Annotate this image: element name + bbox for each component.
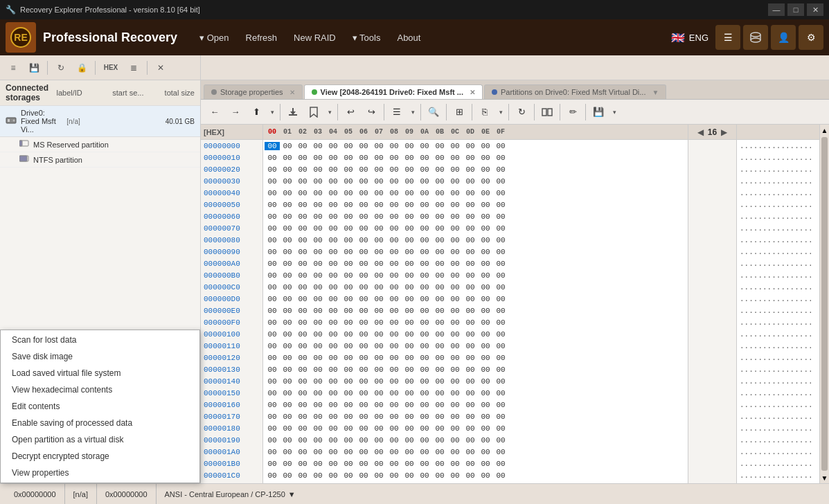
hex-cell-7-13[interactable]: 00 (463, 224, 478, 233)
hex-cell-10-4[interactable]: 00 (326, 260, 341, 268)
hex-cell-15-12[interactable]: 00 (447, 318, 463, 327)
hex-cell-17-5[interactable]: 00 (341, 342, 356, 350)
hex-cell-17-15[interactable]: 00 (493, 342, 508, 350)
hex-cell-17-6[interactable]: 00 (356, 342, 371, 350)
hex-cell-10-10[interactable]: 00 (417, 260, 432, 268)
hex-cell-7-9[interactable]: 00 (402, 224, 417, 233)
hex-cell-8-11[interactable]: 00 (432, 236, 447, 244)
hex-cell-26-9[interactable]: 00 (402, 448, 417, 456)
hex-cell-5-1[interactable]: 00 (280, 201, 295, 209)
hex-cell-0-10[interactable]: 00 (417, 142, 432, 150)
hex-cell-28-15[interactable]: 00 (493, 471, 508, 480)
hex-cell-14-3[interactable]: 00 (310, 307, 326, 315)
hex-cell-12-12[interactable]: 00 (447, 283, 463, 291)
hex-cell-22-10[interactable]: 00 (417, 401, 432, 409)
hex-cell-4-0[interactable]: 00 (265, 189, 280, 197)
hex-cell-6-7[interactable]: 00 (371, 213, 386, 221)
hex-cell-5-7[interactable]: 00 (371, 201, 386, 209)
hex-cell-23-13[interactable]: 00 (463, 413, 478, 421)
hex-cell-14-14[interactable]: 00 (478, 307, 493, 315)
hex-cell-19-14[interactable]: 00 (478, 366, 493, 374)
hex-cell-26-13[interactable]: 00 (463, 448, 478, 456)
tab-view-drive[interactable]: View [2048-264191 Drive0: Fixed Msft ...… (304, 84, 483, 99)
tab-storage-props[interactable]: Storage properties ✕ (204, 84, 303, 99)
reload-hex-button[interactable]: ↻ (512, 102, 531, 122)
hex-cell-16-12[interactable]: 00 (447, 330, 463, 339)
hex-cell-27-9[interactable]: 00 (402, 460, 417, 468)
hex-cell-4-7[interactable]: 00 (371, 189, 386, 197)
hex-cell-25-11[interactable]: 00 (432, 436, 447, 444)
hex-cell-27-8[interactable]: 00 (386, 460, 402, 468)
hex-cell-7-8[interactable]: 00 (386, 224, 402, 233)
hex-cell-0-14[interactable]: 00 (478, 142, 493, 150)
hex-cell-24-6[interactable]: 00 (356, 424, 371, 433)
list-toolbar-button[interactable]: ☰ (715, 25, 740, 50)
hex-cell-16-2[interactable]: 00 (295, 330, 310, 339)
hex-cell-23-2[interactable]: 00 (295, 413, 310, 421)
expand-button[interactable]: ≡ (4, 59, 22, 77)
hex-cell-26-15[interactable]: 00 (493, 448, 508, 456)
hex-cell-25-8[interactable]: 00 (386, 436, 402, 444)
hex-cell-4-15[interactable]: 00 (493, 189, 508, 197)
hex-cell-23-6[interactable]: 00 (356, 413, 371, 421)
hex-cell-24-13[interactable]: 00 (463, 424, 478, 433)
hex-cell-24-1[interactable]: 00 (280, 424, 295, 433)
hex-cell-27-5[interactable]: 00 (341, 460, 356, 468)
hex-cell-0-12[interactable]: 00 (447, 142, 463, 150)
hex-cell-19-8[interactable]: 00 (386, 366, 402, 374)
ctx-edit-contents[interactable]: Edit contents (1, 398, 199, 415)
hex-cell-9-14[interactable]: 00 (478, 248, 493, 256)
hex-cell-5-12[interactable]: 00 (447, 201, 463, 209)
hex-cell-3-15[interactable]: 00 (493, 177, 508, 186)
hex-cell-8-14[interactable]: 00 (478, 236, 493, 244)
hex-cell-22-6[interactable]: 00 (356, 401, 371, 409)
hex-cell-3-1[interactable]: 00 (280, 177, 295, 186)
hex-cell-7-14[interactable]: 00 (478, 224, 493, 233)
hex-cell-22-14[interactable]: 00 (478, 401, 493, 409)
hex-cell-28-2[interactable]: 00 (295, 471, 310, 480)
bookmark-button[interactable] (304, 102, 323, 122)
hex-cell-11-7[interactable]: 00 (371, 271, 386, 280)
hex-cell-10-0[interactable]: 00 (265, 260, 280, 268)
menu-about[interactable]: About (389, 27, 429, 48)
hex-cell-1-14[interactable]: 00 (478, 154, 493, 162)
hex-cell-2-15[interactable]: 00 (493, 165, 508, 174)
hex-cell-16-6[interactable]: 00 (356, 330, 371, 339)
ctx-scan-lost-data[interactable]: Scan for lost data (1, 332, 199, 348)
hex-cell-1-11[interactable]: 00 (432, 154, 447, 162)
hex-cell-9-7[interactable]: 00 (371, 248, 386, 256)
hex-cell-7-3[interactable]: 00 (310, 224, 326, 233)
hex-cell-3-11[interactable]: 00 (432, 177, 447, 186)
tab-close-view[interactable]: ✕ (470, 89, 475, 96)
hex-cell-11-6[interactable]: 00 (356, 271, 371, 280)
hex-cell-28-9[interactable]: 00 (402, 471, 417, 480)
hex-cell-11-0[interactable]: 00 (265, 271, 280, 280)
hex-cell-6-9[interactable]: 00 (402, 213, 417, 221)
hex-cell-2-2[interactable]: 00 (295, 165, 310, 174)
hex-cell-27-10[interactable]: 00 (417, 460, 432, 468)
hex-cell-3-8[interactable]: 00 (386, 177, 402, 186)
hex-cell-21-13[interactable]: 00 (463, 389, 478, 397)
hex-cell-13-4[interactable]: 00 (326, 295, 341, 303)
menu-dropdown[interactable]: ▾ (408, 102, 418, 122)
hex-cell-24-7[interactable]: 00 (371, 424, 386, 433)
hex-cell-2-6[interactable]: 00 (356, 165, 371, 174)
hex-cell-16-11[interactable]: 00 (432, 330, 447, 339)
hex-cell-12-9[interactable]: 00 (402, 283, 417, 291)
hex-cell-15-4[interactable]: 00 (326, 318, 341, 327)
hex-cell-24-4[interactable]: 00 (326, 424, 341, 433)
hex-cell-22-4[interactable]: 00 (326, 401, 341, 409)
hex-cell-17-2[interactable]: 00 (295, 342, 310, 350)
hex-cell-26-7[interactable]: 00 (371, 448, 386, 456)
hex-cell-8-2[interactable]: 00 (295, 236, 310, 244)
hex-cell-16-5[interactable]: 00 (341, 330, 356, 339)
hex-cell-0-15[interactable]: 00 (493, 142, 508, 150)
hex-cell-12-7[interactable]: 00 (371, 283, 386, 291)
refresh-left-button[interactable]: ↻ (52, 59, 70, 77)
hex-cell-2-4[interactable]: 00 (326, 165, 341, 174)
hex-cell-19-13[interactable]: 00 (463, 366, 478, 374)
hex-cell-2-7[interactable]: 00 (371, 165, 386, 174)
hex-cell-27-12[interactable]: 00 (447, 460, 463, 468)
hex-cell-1-15[interactable]: 00 (493, 154, 508, 162)
hex-cell-6-3[interactable]: 00 (310, 213, 326, 221)
